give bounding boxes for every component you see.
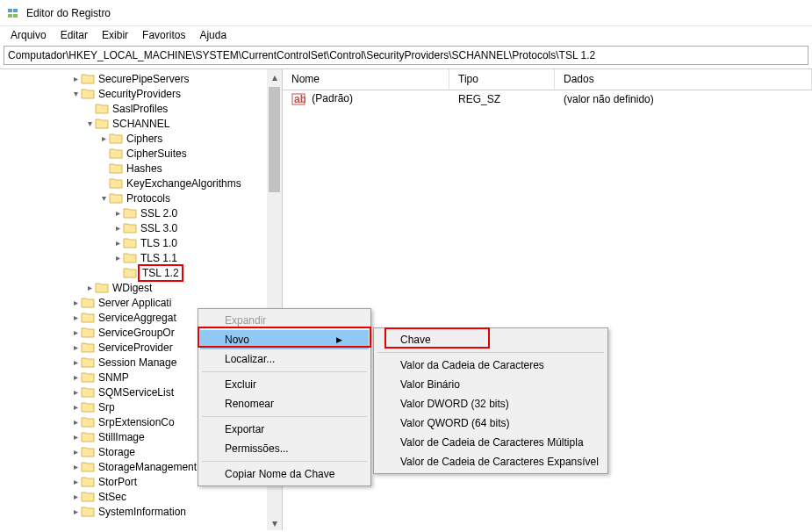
tree-node[interactable]: KeyExchangeAlgorithms bbox=[0, 176, 282, 191]
tree-node-label: SSL 2.0 bbox=[140, 207, 177, 219]
folder-icon bbox=[109, 177, 123, 189]
ctx-renomear[interactable]: Renomear bbox=[200, 394, 369, 413]
folder-icon bbox=[81, 446, 95, 457]
folder-icon bbox=[81, 356, 95, 368]
column-dados[interactable]: Dados bbox=[555, 69, 812, 90]
tree-node-label: Hashes bbox=[126, 162, 162, 175]
folder-icon bbox=[123, 207, 137, 219]
menu-exibir[interactable]: Exibir bbox=[95, 27, 135, 43]
tree-node[interactable]: TSL 1.2 bbox=[0, 265, 282, 280]
menu-arquivo[interactable]: Arquivo bbox=[4, 27, 54, 43]
tree-node[interactable]: ▸StSec bbox=[0, 489, 282, 504]
tree-node[interactable]: ▸TLS 1.0 bbox=[0, 235, 282, 250]
expander-icon[interactable]: ▸ bbox=[70, 373, 81, 382]
ctx-new-qword[interactable]: Valor QWORD (64 bits) bbox=[376, 413, 606, 433]
expander-icon[interactable]: ▸ bbox=[112, 224, 123, 233]
scroll-down-icon[interactable]: ▾ bbox=[267, 515, 282, 530]
tree-node[interactable]: ▸WDigest bbox=[0, 280, 282, 295]
tree-node-label: TLS 1.1 bbox=[140, 252, 177, 264]
folder-icon bbox=[81, 88, 95, 99]
expander-icon[interactable]: ▸ bbox=[70, 75, 81, 83]
column-tipo[interactable]: Tipo bbox=[449, 69, 555, 90]
tree-node-label: KeyExchangeAlgorithms bbox=[126, 177, 241, 190]
expander-icon[interactable]: ▸ bbox=[70, 403, 81, 412]
svg-rect-0 bbox=[8, 9, 12, 12]
expander-icon[interactable]: ▸ bbox=[98, 134, 109, 143]
tree-node[interactable]: ▸SystemInformation bbox=[0, 504, 282, 519]
expander-icon[interactable]: ▸ bbox=[70, 478, 81, 486]
expander-icon[interactable]: ▸ bbox=[70, 492, 81, 501]
tree-node[interactable]: SaslProfiles bbox=[0, 101, 282, 116]
expander-icon[interactable]: ▸ bbox=[70, 418, 81, 427]
expander-icon[interactable]: ▸ bbox=[112, 209, 123, 218]
ctx-new-binary[interactable]: Valor Binário bbox=[376, 375, 606, 394]
tree-node[interactable]: ▸SecurePipeServers bbox=[0, 71, 282, 86]
tree-node[interactable]: CipherSuites bbox=[0, 146, 282, 161]
context-submenu-novo: Chave Valor da Cadeia de Caracteres Valo… bbox=[373, 327, 608, 474]
folder-icon bbox=[109, 147, 123, 159]
expander-icon[interactable]: ▸ bbox=[70, 433, 81, 442]
expander-icon[interactable]: ▸ bbox=[112, 254, 123, 262]
tree-node-label: SCHANNEL bbox=[112, 118, 169, 130]
address-bar[interactable]: Computador\HKEY_LOCAL_MACHINE\SYSTEM\Cur… bbox=[4, 46, 808, 65]
expander-icon[interactable]: ▾ bbox=[98, 194, 109, 203]
tree-node-label: Ciphers bbox=[126, 133, 162, 145]
expander-icon[interactable]: ▸ bbox=[70, 448, 81, 457]
column-nome[interactable]: Nome bbox=[283, 69, 449, 90]
expander-icon[interactable]: ▸ bbox=[70, 298, 81, 307]
ctx-new-dword[interactable]: Valor DWORD (32 bits) bbox=[376, 394, 606, 413]
expander-icon[interactable]: ▸ bbox=[70, 388, 81, 397]
tree-node[interactable]: ▾Protocols bbox=[0, 191, 282, 205]
folder-icon bbox=[81, 401, 95, 413]
tree-node[interactable]: ▾SCHANNEL bbox=[0, 116, 282, 131]
expander-icon[interactable]: ▸ bbox=[70, 463, 81, 471]
ctx-novo[interactable]: Novo ▶ bbox=[200, 330, 369, 349]
tree-node[interactable]: ▸Ciphers bbox=[0, 131, 282, 146]
tree-node-label: CipherSuites bbox=[126, 147, 187, 160]
expander-icon[interactable]: ▸ bbox=[70, 507, 81, 516]
ctx-novo-label: Novo bbox=[225, 334, 249, 346]
ctx-new-multi[interactable]: Valor de Cadeia de Caracteres Múltipla bbox=[376, 433, 606, 452]
tree-node[interactable]: Hashes bbox=[0, 161, 282, 176]
menu-favoritos[interactable]: Favoritos bbox=[135, 27, 192, 43]
folder-icon bbox=[95, 118, 109, 129]
tree-node-label: ServiceAggregat bbox=[98, 312, 176, 324]
ctx-permissoes[interactable]: Permissões... bbox=[200, 439, 369, 458]
tree-node-label: Session Manage bbox=[98, 356, 176, 369]
folder-icon bbox=[81, 312, 95, 323]
tree-node-label: StorageManagement bbox=[98, 461, 197, 473]
ctx-copiar-nome[interactable]: Copiar Nome da Chave bbox=[200, 464, 369, 484]
expander-icon[interactable]: ▾ bbox=[84, 119, 95, 128]
tree-node[interactable]: ▾SecurityProviders bbox=[0, 86, 282, 101]
scroll-up-icon[interactable]: ▴ bbox=[267, 69, 282, 84]
tree-node-label: TLS 1.0 bbox=[140, 237, 177, 249]
expander-icon[interactable]: ▸ bbox=[70, 343, 81, 352]
ctx-new-chave[interactable]: Chave bbox=[376, 330, 606, 349]
ctx-expandir: Expandir bbox=[200, 311, 369, 330]
separator bbox=[202, 416, 367, 417]
tree-node[interactable]: ▸SSL 2.0 bbox=[0, 205, 282, 220]
ctx-excluir[interactable]: Excluir bbox=[200, 375, 369, 394]
expander-icon[interactable]: ▸ bbox=[112, 239, 123, 248]
tree-node[interactable]: ▸TLS 1.1 bbox=[0, 250, 282, 265]
ctx-new-string[interactable]: Valor da Cadeia de Caracteres bbox=[376, 356, 606, 375]
scrollbar-thumb[interactable] bbox=[269, 87, 280, 192]
string-value-icon: ab bbox=[291, 92, 305, 106]
ctx-exportar[interactable]: Exportar bbox=[200, 420, 369, 439]
expander-icon[interactable]: ▸ bbox=[70, 328, 81, 337]
ctx-new-expand[interactable]: Valor de Cadeia de Caracteres Expansível bbox=[376, 452, 606, 471]
tree-node[interactable]: ▸SSL 3.0 bbox=[0, 220, 282, 235]
expander-icon[interactable]: ▸ bbox=[70, 358, 81, 367]
svg-rect-1 bbox=[13, 9, 18, 12]
menu-ajuda[interactable]: Ajuda bbox=[192, 27, 234, 43]
expander-icon[interactable]: ▸ bbox=[84, 284, 95, 292]
tree-node-label: StSec bbox=[98, 491, 126, 503]
menu-bar: Arquivo Editar Exibir Favoritos Ajuda bbox=[0, 26, 812, 44]
address-text: Computador\HKEY_LOCAL_MACHINE\SYSTEM\Cur… bbox=[8, 49, 595, 61]
ctx-localizar[interactable]: Localizar... bbox=[200, 349, 369, 369]
separator bbox=[202, 461, 367, 462]
expander-icon[interactable]: ▸ bbox=[70, 313, 81, 322]
expander-icon[interactable]: ▾ bbox=[70, 90, 81, 98]
menu-editar[interactable]: Editar bbox=[54, 27, 95, 43]
list-row[interactable]: ab (Padrão) REG_SZ (valor não definido) bbox=[283, 90, 812, 108]
